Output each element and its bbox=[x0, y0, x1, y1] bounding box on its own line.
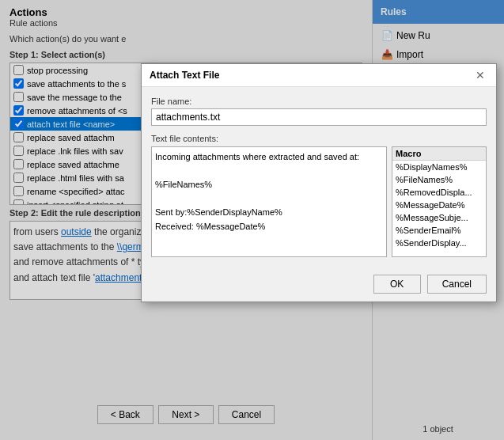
contents-area: Macro %DisplayNames%%FileNames%%RemovedD… bbox=[151, 146, 487, 257]
macro-panel: Macro %DisplayNames%%FileNames%%RemovedD… bbox=[392, 146, 487, 257]
macro-item[interactable]: %MessageSubje... bbox=[392, 211, 486, 224]
file-name-label: File name: bbox=[151, 97, 487, 106]
modal-titlebar: Attach Text File ✕ bbox=[142, 64, 496, 87]
macro-item[interactable]: %SenderDisplay... bbox=[392, 237, 486, 249]
macro-item[interactable]: %RemovedDispla... bbox=[392, 186, 486, 199]
file-name-input[interactable] bbox=[151, 108, 487, 126]
content-textarea[interactable] bbox=[151, 146, 387, 257]
ok-button[interactable]: OK bbox=[373, 275, 421, 294]
modal-dialog: Attach Text File ✕ File name: Text file … bbox=[141, 63, 497, 302]
modal-body: File name: Text file contents: Macro %Di… bbox=[142, 87, 496, 267]
text-file-contents-label: Text file contents: bbox=[151, 134, 487, 143]
macro-item[interactable]: %FileNames% bbox=[392, 173, 486, 186]
macro-item[interactable]: %SenderEmail% bbox=[392, 224, 486, 237]
modal-title: Attach Text File bbox=[150, 70, 219, 81]
modal-footer: OK Cancel bbox=[142, 267, 496, 302]
macro-header: Macro bbox=[392, 147, 486, 161]
modal-cancel-button[interactable]: Cancel bbox=[427, 275, 487, 294]
modal-close-button[interactable]: ✕ bbox=[472, 69, 488, 82]
macro-item[interactable]: %DisplayNames% bbox=[392, 161, 486, 173]
macro-item[interactable]: %MessageDate% bbox=[392, 199, 486, 211]
